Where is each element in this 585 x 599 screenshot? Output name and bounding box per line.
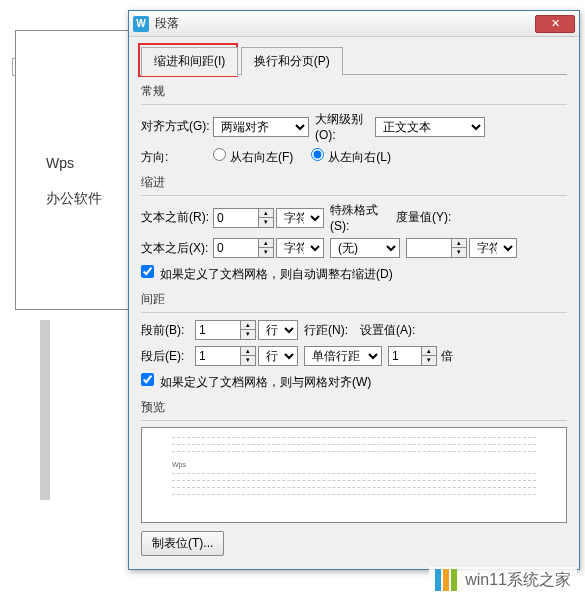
- direction-rtl-option[interactable]: 从右向左(F): [213, 148, 293, 166]
- indent-after-label: 文本之后(X):: [141, 240, 213, 257]
- outline-label: 大纲级别(O):: [315, 111, 375, 142]
- linespace-label: 行距(N):: [304, 322, 354, 339]
- dialog-title: 段落: [155, 15, 535, 32]
- watermark: win11系统之家: [429, 567, 577, 593]
- spacing-grid-checkbox[interactable]: [141, 373, 154, 386]
- app-icon: W: [133, 16, 149, 32]
- measure-input[interactable]: [406, 238, 452, 258]
- direction-ltr-radio[interactable]: [311, 148, 324, 161]
- spinner-icon[interactable]: ▴▾: [259, 238, 274, 258]
- indent-grid-option[interactable]: 如果定义了文档网格，则自动调整右缩进(D): [141, 265, 393, 283]
- paragraph-dialog: W 段落 ✕ 缩进和间距(I) 换行和分页(P) 常规 对齐方式(G): 两端对…: [128, 10, 580, 570]
- section-spacing: 间距: [141, 291, 567, 308]
- special-label: 特殊格式(S):: [330, 202, 390, 233]
- space-after-input[interactable]: [195, 346, 241, 366]
- document-page: Wps 办公软件: [15, 30, 135, 310]
- direction-label: 方向:: [141, 149, 213, 166]
- tab-bar: 缩进和间距(I) 换行和分页(P): [141, 47, 567, 75]
- measure-unit[interactable]: 字符: [469, 238, 517, 258]
- space-before-input[interactable]: [195, 320, 241, 340]
- watermark-text: win11系统之家: [465, 570, 571, 591]
- spinner-icon[interactable]: ▴▾: [259, 208, 274, 228]
- direction-ltr-option[interactable]: 从左向右(L): [311, 148, 391, 166]
- linespace-select[interactable]: 单倍行距: [304, 346, 382, 366]
- setvalue-input[interactable]: [388, 346, 422, 366]
- spacing-grid-option[interactable]: 如果定义了文档网格，则与网格对齐(W): [141, 373, 371, 391]
- tab-line-page-break[interactable]: 换行和分页(P): [241, 47, 343, 75]
- spinner-icon[interactable]: ▴▾: [241, 346, 256, 366]
- titlebar[interactable]: W 段落 ✕: [129, 11, 579, 37]
- section-general: 常规: [141, 83, 567, 100]
- indent-after-input[interactable]: [213, 238, 259, 258]
- outline-select[interactable]: 正文文本: [375, 117, 485, 137]
- measure-label: 度量值(Y):: [396, 209, 454, 226]
- space-after-unit[interactable]: 行: [258, 346, 298, 366]
- preview-box: Wps: [141, 427, 567, 523]
- doc-line-1: Wps: [46, 146, 102, 181]
- indent-grid-checkbox[interactable]: [141, 265, 154, 278]
- tabstops-button[interactable]: 制表位(T)...: [141, 531, 224, 556]
- spinner-icon[interactable]: ▴▾: [241, 320, 256, 340]
- tab-indent-spacing[interactable]: 缩进和间距(I): [141, 47, 238, 76]
- special-select[interactable]: (无): [330, 238, 400, 258]
- setvalue-label: 设置值(A):: [360, 322, 418, 339]
- section-preview: 预览: [141, 399, 567, 416]
- direction-rtl-radio[interactable]: [213, 148, 226, 161]
- spinner-icon[interactable]: ▴▾: [422, 346, 437, 366]
- space-after-label: 段后(E):: [141, 348, 195, 365]
- setvalue-unit: 倍: [441, 348, 453, 365]
- watermark-logo-icon: [435, 569, 459, 591]
- space-before-unit[interactable]: 行: [258, 320, 298, 340]
- indent-after-unit[interactable]: 字符: [276, 238, 324, 258]
- indent-before-unit[interactable]: 字符: [276, 208, 324, 228]
- spinner-icon[interactable]: ▴▾: [452, 238, 467, 258]
- doc-ruler: [40, 320, 50, 500]
- doc-line-2: 办公软件: [46, 181, 102, 216]
- indent-before-label: 文本之前(R):: [141, 209, 213, 226]
- section-indent: 缩进: [141, 174, 567, 191]
- align-select[interactable]: 两端对齐: [213, 117, 309, 137]
- indent-before-input[interactable]: [213, 208, 259, 228]
- space-before-label: 段前(B):: [141, 322, 195, 339]
- align-label: 对齐方式(G):: [141, 118, 213, 135]
- close-button[interactable]: ✕: [535, 15, 575, 33]
